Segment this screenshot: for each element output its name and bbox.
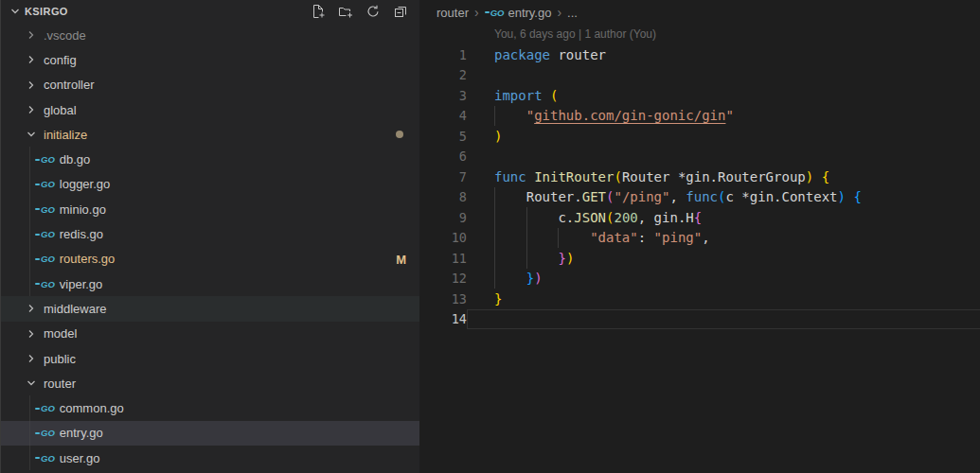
tree-item-initialize[interactable]: initialize	[1, 122, 419, 147]
tree-item-routers-go[interactable]: GOrouters.goM	[1, 247, 419, 272]
code-line-10[interactable]: 10 "data": "ping",	[419, 228, 980, 249]
tree-item-common-go[interactable]: GOcommon.go	[1, 395, 419, 420]
code-line-2[interactable]: 2	[419, 65, 980, 86]
breadcrumb-item-label: router	[437, 6, 469, 20]
code-line-content: c.JSON(200, gin.H{	[467, 207, 980, 228]
new-file-icon[interactable]	[311, 4, 326, 19]
tree-item-label: router	[44, 377, 76, 391]
code-token: "/ping"	[614, 189, 669, 204]
tree-item-router[interactable]: router	[1, 371, 419, 395]
line-number[interactable]: 3	[419, 88, 467, 103]
tree-item-minio-go[interactable]: GOminio.go	[1, 197, 419, 221]
tree-item-config[interactable]: config	[1, 47, 419, 72]
tree-item-content: GOrouters.go	[35, 252, 115, 266]
chevron-right-icon	[24, 351, 39, 366]
tree-item-content: GOredis.go	[35, 227, 103, 241]
go-file-icon: GO	[35, 254, 55, 264]
line-number[interactable]: 7	[419, 169, 467, 184]
code-line-11[interactable]: 11 })	[419, 248, 980, 269]
code-token: package	[494, 47, 550, 62]
tree-indent-guide	[29, 172, 30, 197]
line-number[interactable]: 10	[419, 230, 467, 245]
code-token: InitRouter	[534, 169, 614, 184]
tree-item-entry-go[interactable]: GOentry.go	[1, 421, 419, 446]
line-number[interactable]: 6	[419, 149, 467, 164]
code-line-1[interactable]: 1package router	[419, 44, 980, 65]
code-line-14[interactable]: 14	[419, 309, 980, 330]
line-number[interactable]: 1	[419, 47, 467, 62]
tree-item-viper-go[interactable]: GOviper.go	[1, 272, 419, 296]
code-line-content: })	[467, 248, 980, 269]
tree-item-logger-go[interactable]: GOlogger.go	[1, 172, 419, 197]
code-line-content: "data": "ping",	[467, 228, 980, 249]
tree-item-label: .vscode	[44, 28, 86, 43]
code-line-13[interactable]: 13}	[419, 289, 980, 309]
blame-annotation[interactable]: You, 6 days ago | 1 author (You)	[419, 25, 980, 44]
line-number[interactable]: 2	[419, 67, 467, 82]
code-token	[494, 230, 590, 245]
code-line-3[interactable]: 3import (	[419, 85, 980, 106]
tree-item-user-go[interactable]: GOuser.go	[1, 446, 419, 470]
tree-indent-guide	[29, 247, 30, 272]
code-line-8[interactable]: 8 Router.GET("/ping", func(c *gin.Contex…	[419, 187, 980, 208]
code-line-content	[467, 309, 980, 330]
breadcrumb-item[interactable]: GOentry.go	[485, 6, 552, 20]
tree-item-content: GOcommon.go	[35, 401, 124, 415]
code-token: }	[558, 251, 565, 266]
code-token: )	[494, 129, 502, 144]
code-token: JSON	[574, 210, 606, 225]
refresh-icon[interactable]	[365, 4, 381, 19]
explorer-root-header[interactable]: KSIRGO	[1, 0, 419, 23]
code-token: c *gin.Context	[725, 189, 837, 204]
line-number[interactable]: 11	[419, 251, 467, 266]
tree-item-middleware[interactable]: middleware	[1, 296, 419, 321]
tree-item-public[interactable]: public	[1, 346, 419, 371]
code-line-9[interactable]: 9 c.JSON(200, gin.H{	[419, 207, 980, 228]
code-line-4[interactable]: 4 "github.com/gin-gonic/gin"	[419, 106, 980, 127]
indent-guide	[494, 106, 495, 127]
line-number[interactable]: 14	[419, 311, 467, 326]
code-token	[526, 169, 534, 184]
code-token: func	[686, 189, 718, 204]
code-token: ,	[702, 230, 709, 245]
import-link[interactable]: github.com/gin-gonic/gin	[534, 108, 725, 123]
tree-item-content: GOlogger.go	[35, 177, 110, 191]
line-number[interactable]: 5	[419, 129, 467, 144]
code-line-content	[467, 65, 980, 86]
indent-guide	[526, 228, 527, 249]
code-token: ,	[669, 189, 686, 204]
tree-item-controller[interactable]: controller	[1, 73, 419, 97]
code-token: )	[806, 169, 813, 184]
file-tree: .vscodeconfigcontrollerglobalinitializeG…	[1, 23, 419, 473]
git-modified-dot-badge	[396, 131, 403, 138]
code-token: import	[494, 88, 543, 103]
tree-item-redis-go[interactable]: GOredis.go	[1, 221, 419, 246]
code-token	[494, 271, 526, 286]
breadcrumb-item[interactable]: router	[437, 6, 469, 20]
code-line-12[interactable]: 12 })	[419, 269, 980, 289]
code-token: {	[694, 210, 702, 225]
chevron-right-icon	[24, 78, 39, 93]
line-number[interactable]: 9	[419, 210, 467, 225]
tree-item-global[interactable]: global	[1, 97, 419, 122]
collapse-folders-icon[interactable]	[393, 4, 408, 19]
tree-item--vscode[interactable]: .vscode	[1, 23, 419, 47]
code-token: :	[638, 230, 654, 245]
code-token: func	[494, 169, 526, 184]
line-number[interactable]: 13	[419, 291, 467, 307]
tree-item-label: controller	[44, 78, 94, 92]
tree-item-content: GOminio.go	[35, 202, 106, 217]
tree-item-db-go[interactable]: GOdb.go	[1, 147, 419, 171]
tree-item-label: entry.go	[60, 426, 103, 440]
new-folder-icon[interactable]	[338, 4, 353, 19]
line-number[interactable]: 4	[419, 108, 467, 123]
code-line-7[interactable]: 7func InitRouter(Router *gin.RouterGroup…	[419, 166, 980, 187]
tree-item-model[interactable]: model	[1, 322, 419, 346]
code-line-5[interactable]: 5)	[419, 126, 980, 147]
code-token: "	[526, 108, 534, 123]
code-token: "	[725, 108, 733, 123]
line-number[interactable]: 8	[419, 189, 467, 204]
line-number[interactable]: 12	[419, 271, 467, 286]
breadcrumb-item[interactable]: ...	[567, 6, 578, 20]
code-line-6[interactable]: 6	[419, 147, 980, 167]
